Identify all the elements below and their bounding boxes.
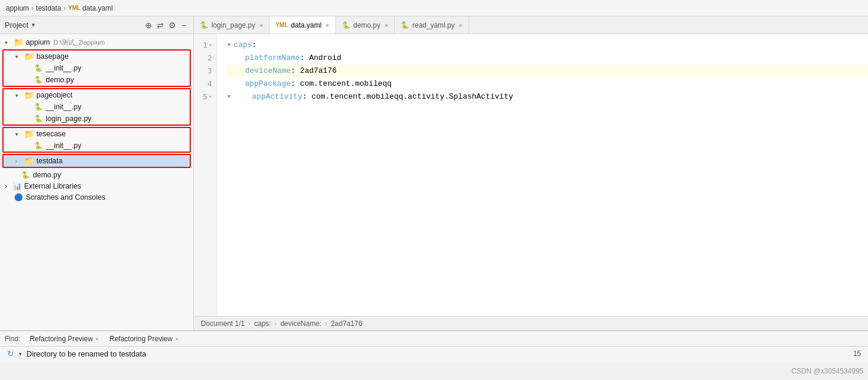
line-num-3: 3 (194, 65, 217, 78)
bottom-tab-label-2: Refactoring Preview (110, 335, 173, 343)
code-line-4: appPackage: com.tencent.mobileqq (227, 78, 868, 90)
external-libraries-label: External Libraries (24, 182, 81, 190)
bottom-tab-refactoring-1[interactable]: Refactoring Preview × (25, 334, 104, 344)
tab-py-icon: 🐍 (200, 21, 208, 29)
fold-triangle-5: ▾ (227, 90, 231, 103)
tesecase-group-box: ▾ 📁 tesecase 🐍 __init__.py (2, 127, 191, 153)
status-bar: Document 1/1 › caps: › deviceName: › 2ad… (194, 316, 868, 330)
tab-close-read-yaml[interactable]: × (459, 22, 462, 29)
sidebar-tree: ▾ 📁 appium D:\测试_2\appium ▾ 📁 basepage 🐍… (0, 34, 193, 330)
py-file-icon: 🐍 (33, 114, 43, 123)
line-num-1: 1 ▾ (194, 39, 217, 52)
tree-demo-py-1[interactable]: 🐍 demo.py (4, 74, 190, 86)
line-num-4: 4 (194, 78, 217, 90)
refresh-icon[interactable]: ↻ (7, 349, 14, 358)
root-path: D:\测试_2\appium (53, 38, 105, 47)
code-editor: 1 ▾ 2 3 4 5 ▾ ▾caps: (194, 34, 868, 316)
tesecase-label: tesecase (36, 130, 66, 138)
editor-area: 🐍 login_page.py × YML data.yaml × 🐍 demo… (194, 16, 868, 330)
py-file-icon: 🐍 (33, 63, 43, 73)
library-icon: 📊 (13, 182, 22, 190)
fold-icon-5[interactable]: ▾ (208, 90, 212, 103)
status-devicename: deviceName: (280, 320, 321, 328)
tab-close-demo[interactable]: × (385, 22, 388, 29)
tree-demo-py-root[interactable]: 🐍 demo.py (0, 169, 193, 181)
arrow-icon: ▾ (15, 92, 23, 99)
status-value: 2ad7a176 (331, 320, 362, 328)
folder-icon: 📁 (13, 38, 23, 47)
fold-icon-1[interactable]: ▾ (208, 39, 212, 52)
tab-demo-py[interactable]: 🐍 demo.py × (336, 16, 395, 33)
fold-triangle-1: ▾ (227, 39, 231, 52)
tree-scratches[interactable]: 🔵 Scratches and Consoles (0, 191, 193, 203)
tree-login-page-py[interactable]: 🐍 login_page.py (4, 113, 190, 125)
tree-external-libraries[interactable]: › 📊 External Libraries (0, 181, 193, 191)
arrow-icon: ▾ (15, 131, 23, 137)
tab-close-yaml[interactable]: × (325, 22, 329, 29)
breadcrumb-appium: appium (6, 4, 29, 12)
py-file-icon: 🐍 (33, 75, 43, 85)
bottom-tab-close-2[interactable]: × (175, 335, 179, 342)
bottom-tab-close-1[interactable]: × (95, 335, 99, 342)
breadcrumb: appium › testdata › YML data.yaml (6, 4, 113, 12)
tab-read-yaml-py[interactable]: 🐍 read_yaml.py × (395, 16, 469, 33)
tree-basepage[interactable]: ▾ 📁 basepage (4, 51, 190, 62)
breadcrumb-file: YML data.yaml (68, 4, 113, 12)
basepage-group-box: ▾ 📁 basepage 🐍 __init__.py 🐍 demo.py (2, 49, 191, 87)
folder-icon: 📁 (23, 52, 34, 61)
bottom-tab-refactoring-2[interactable]: Refactoring Preview × (105, 334, 184, 344)
project-label: Project (5, 21, 28, 29)
code-line-5: ▾ appActivity: com.tencent.mobileqq.acti… (227, 90, 868, 103)
tree-pageobject[interactable]: ▾ 📁 pageobject (4, 89, 190, 101)
tree-root-appium[interactable]: ▾ 📁 appium D:\测试_2\appium (0, 36, 193, 48)
expand-icon[interactable]: ▾ (19, 351, 22, 357)
tab-close-login[interactable]: × (260, 22, 263, 29)
tab-login-page-py[interactable]: 🐍 login_page.py × (194, 16, 270, 33)
tree-testdata[interactable]: › 📁 testdata (4, 155, 190, 167)
py-file-icon: 🐍 (33, 141, 43, 150)
tree-init-py-3[interactable]: 🐍 __init__.py (4, 140, 190, 152)
status-caps: caps: (254, 320, 271, 328)
breadcrumb-filename: data.yaml (82, 4, 113, 12)
line-number-display: 15 (853, 349, 861, 358)
tab-py-icon-2: 🐍 (342, 21, 351, 29)
code-line-1: ▾caps: (227, 39, 868, 52)
tab-py-icon-3: 🐍 (401, 21, 409, 29)
minimize-icon[interactable]: − (179, 21, 189, 30)
find-label: Find: (5, 335, 21, 343)
breadcrumb-testdata: testdata (36, 4, 61, 12)
arrow-icon: ▾ (5, 39, 13, 46)
scratches-icon: 🔵 (13, 193, 23, 202)
sidebar: Project ▾ ⊕ ⇄ ⚙ − ▾ 📁 appium D:\测试_2\app… (0, 16, 194, 330)
toolbar-actions: ⊕ ⇄ ⚙ − (144, 21, 189, 30)
demo-py-root-label: demo.py (33, 171, 61, 179)
tree-init-py-1[interactable]: 🐍 __init__.py (4, 62, 190, 74)
title-bar: appium › testdata › YML data.yaml (0, 0, 868, 16)
login-page-py-label: login_page.py (46, 115, 92, 123)
pageobject-label: pageobject (36, 91, 72, 99)
bottom-panel: Find: Refactoring Preview × Refactoring … (0, 330, 868, 362)
watermark: CSDN @x3054534995 (792, 367, 863, 375)
init-py-label-3: __init__.py (46, 142, 81, 150)
tab-data-yaml[interactable]: YML data.yaml × (270, 16, 336, 34)
breadcrumb-sep2: › (63, 4, 66, 12)
demo-py-label-1: demo.py (46, 76, 74, 84)
document-info: Document 1/1 (201, 320, 245, 328)
rename-text: Directory to be renamed to testdata (26, 349, 146, 358)
tab-label-demo: demo.py (354, 21, 381, 29)
tree-init-py-2[interactable]: 🐍 __init__.py (4, 101, 190, 113)
settings-icon[interactable]: ⚙ (167, 21, 177, 30)
basepage-label: basepage (36, 52, 69, 60)
breadcrumb-sep1: › (31, 4, 33, 12)
tree-tesecase[interactable]: ▾ 📁 tesecase (4, 128, 190, 140)
sidebar-toolbar: Project ▾ ⊕ ⇄ ⚙ − (0, 16, 193, 34)
bottom-tab-label-1: Refactoring Preview (30, 335, 93, 343)
pageobject-group-box: ▾ 📁 pageobject 🐍 __init__.py 🐍 login_pag… (2, 88, 191, 126)
add-icon[interactable]: ⊕ (144, 21, 153, 30)
sync-icon[interactable]: ⇄ (156, 21, 165, 30)
folder-icon: 📁 (23, 129, 34, 139)
chevron-down-icon: ▾ (32, 21, 35, 29)
main-layout: Project ▾ ⊕ ⇄ ⚙ − ▾ 📁 appium D:\测试_2\app… (0, 16, 868, 330)
testdata-box: › 📁 testdata (2, 154, 191, 168)
tab-label-login: login_page.py (211, 21, 255, 29)
